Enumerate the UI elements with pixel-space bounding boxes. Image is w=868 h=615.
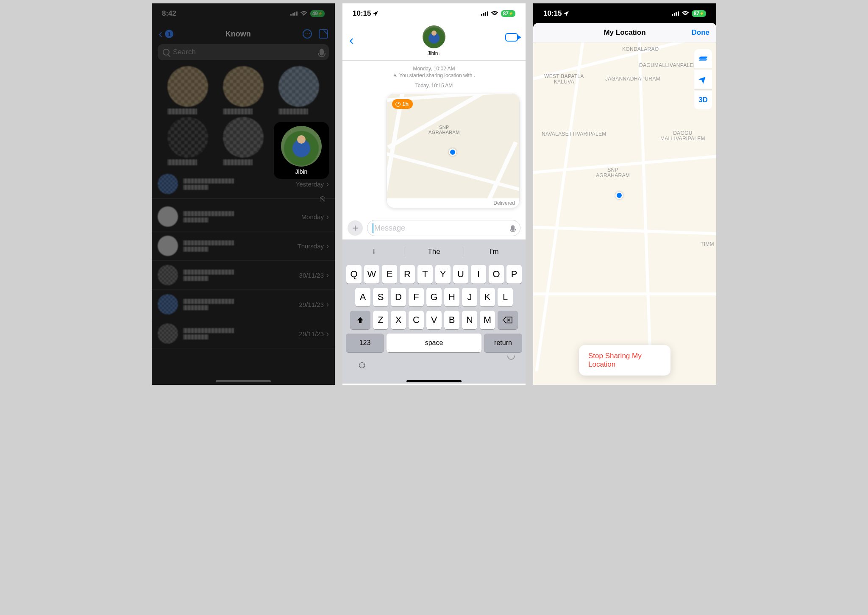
key-s[interactable]: S [373, 288, 388, 306]
more-options-icon[interactable] [303, 29, 312, 39]
location-arrow-icon [698, 75, 708, 84]
keyboard-row: ASDFGHJKL [344, 288, 524, 306]
conversation-row[interactable]: 30/11/23› [152, 261, 335, 290]
compose-button[interactable] [319, 29, 328, 39]
suggestion[interactable]: The [404, 248, 464, 256]
search-placeholder: Search [173, 48, 316, 56]
system-message: ➤ You started sharing location with . [348, 72, 520, 78]
dimmed-background: 8:42 49⚡ ‹ 1 Known Search [152, 3, 335, 385]
pinned-contact[interactable] [167, 66, 208, 107]
map-label: KONDALARAO [622, 47, 659, 52]
key-f[interactable]: F [409, 288, 424, 306]
dictate-icon[interactable] [511, 225, 515, 231]
avatar [158, 294, 178, 314]
return-key[interactable]: return [484, 334, 522, 352]
facetime-button[interactable] [505, 33, 518, 42]
add-attachment-button[interactable]: + [348, 220, 363, 236]
key-c[interactable]: C [409, 311, 424, 329]
conversation-row[interactable]: 29/11/23› [152, 319, 335, 348]
avatar [158, 206, 178, 227]
wifi-icon [491, 11, 498, 17]
contact-name-button[interactable]: Jibin › [428, 50, 440, 56]
timestamp: Monday, 10:02 AM [348, 66, 520, 72]
key-m[interactable]: M [480, 311, 495, 329]
key-i[interactable]: I [471, 265, 486, 284]
sheet-header: My Location Done [533, 23, 716, 42]
pinned-contact[interactable] [223, 117, 264, 158]
key-g[interactable]: G [426, 288, 442, 306]
key-x[interactable]: X [391, 311, 406, 329]
status-bar: 10:15 87⚡ [342, 3, 526, 24]
keyboard-suggestions: I The I'm [344, 243, 524, 261]
back-button[interactable]: ‹ [349, 32, 354, 48]
preview-redacted [183, 185, 209, 190]
key-j[interactable]: J [462, 288, 477, 306]
map-label: SNP AGRAHARAM [596, 167, 630, 178]
key-r[interactable]: R [400, 265, 415, 284]
location-services-icon [563, 11, 569, 17]
done-button[interactable]: Done [692, 28, 710, 37]
stop-sharing-button[interactable]: Stop Sharing My Location [579, 345, 670, 376]
dictate-icon[interactable] [320, 49, 324, 56]
emoji-key[interactable]: ☺ [357, 359, 367, 371]
key-b[interactable]: B [444, 311, 459, 329]
pinned-contact[interactable] [278, 66, 319, 107]
key-k[interactable]: K [480, 288, 495, 306]
message-input[interactable]: Message [367, 220, 520, 236]
key-e[interactable]: E [382, 265, 397, 284]
home-indicator[interactable] [406, 380, 462, 382]
key-v[interactable]: V [426, 311, 442, 329]
key-u[interactable]: U [453, 265, 468, 284]
map-3d-button[interactable]: 3D [694, 91, 712, 109]
key-w[interactable]: W [364, 265, 379, 284]
pinned-contact[interactable] [223, 66, 264, 107]
space-key[interactable]: space [387, 334, 481, 352]
back-button[interactable]: ‹ 1 [159, 27, 173, 41]
key-d[interactable]: D [391, 288, 406, 306]
cellular-icon [481, 11, 488, 16]
pinned-contact[interactable] [167, 117, 208, 158]
conversation-row[interactable]: Thursday› [152, 231, 335, 261]
status-time: 8:42 [162, 9, 176, 18]
map-label: JAGANNADHAPURAM [605, 76, 660, 82]
pinned-name-redacted [167, 109, 197, 114]
date-label: Monday [301, 213, 324, 220]
full-map[interactable]: KONDALARAO DAGUMALLIVANPALEM WEST BAPATL… [533, 42, 716, 385]
key-o[interactable]: O [489, 265, 504, 284]
map-layers-button[interactable] [694, 49, 712, 68]
location-sheet: My Location Done KONDALARAO DAGUMALLIVAN… [533, 23, 716, 385]
pinned-name-redacted [278, 109, 308, 114]
suggestion[interactable]: I [344, 248, 404, 256]
pinned-name-redacted [167, 159, 197, 165]
home-indicator[interactable] [216, 380, 271, 382]
location-share-bubble[interactable]: 1h SNP AGRAHARAM Delivered [387, 94, 520, 208]
key-z[interactable]: Z [373, 311, 388, 329]
search-icon [163, 49, 170, 56]
recenter-button[interactable] [694, 70, 712, 89]
map-label: NAVALASETTIVARIPALEM [542, 131, 606, 137]
key-y[interactable]: Y [435, 265, 451, 284]
backspace-key[interactable] [498, 311, 518, 329]
wifi-icon [300, 11, 308, 17]
contact-avatar [281, 126, 322, 167]
numbers-key[interactable]: 123 [346, 334, 384, 352]
key-h[interactable]: H [444, 288, 459, 306]
conversation-row[interactable]: Monday› [152, 202, 335, 231]
nav-bar: ‹ 1 Known [152, 24, 335, 42]
key-t[interactable]: T [417, 265, 433, 284]
conversation-row[interactable]: 29/11/23› [152, 290, 335, 319]
shift-key[interactable] [350, 311, 370, 329]
key-a[interactable]: A [355, 288, 370, 306]
suggestion[interactable]: I'm [464, 248, 524, 256]
key-q[interactable]: Q [346, 265, 362, 284]
search-input[interactable]: Search [158, 44, 329, 60]
delivery-status: Delivered [387, 198, 519, 208]
keyboard-row: 123 space return [344, 334, 524, 352]
name-redacted [183, 270, 234, 275]
key-l[interactable]: L [498, 288, 513, 306]
context-menu-contact-card[interactable]: Jibin [274, 122, 329, 179]
key-n[interactable]: N [462, 311, 477, 329]
key-p[interactable]: P [506, 265, 522, 284]
contact-avatar[interactable] [423, 25, 445, 48]
map-area-label: SNP AGRAHARAM [428, 125, 460, 135]
